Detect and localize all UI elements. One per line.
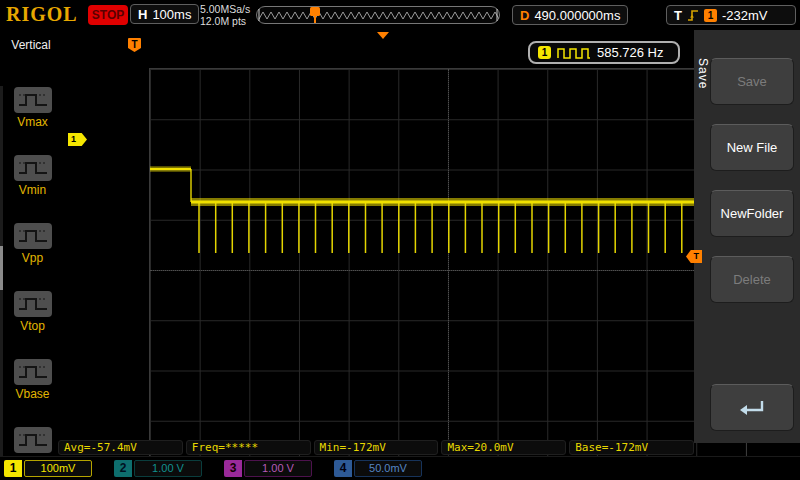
return-arrow-icon	[737, 398, 767, 418]
measurement-avg: Avg=-57.4mV	[58, 440, 183, 455]
trigger-level-value: -232mV	[722, 8, 768, 23]
new-folder-button[interactable]: NewFolder	[710, 190, 794, 237]
channel-1-badge: 1	[4, 460, 22, 477]
vamp-waveform-icon	[14, 427, 52, 453]
soft-menu-panel: Save Save New File NewFolder Delete	[694, 30, 800, 443]
channel-3-status[interactable]: 3 1.00 V	[224, 460, 312, 477]
oscilloscope-screen: RIGOL STOP H 100ms 5.00MSa/s 12.0M pts D	[0, 0, 800, 480]
freq-counter-channel-badge: 1	[538, 46, 551, 59]
channel-4-badge: 4	[334, 460, 352, 477]
pulse-train-icon	[557, 47, 591, 59]
sidebar-title: Vertical	[0, 30, 62, 52]
sidebar-item-label: Vmax	[3, 115, 62, 129]
frequency-value: 585.726 Hz	[597, 45, 664, 60]
delete-button[interactable]: Delete	[710, 256, 794, 303]
vpp-waveform-icon	[14, 223, 52, 249]
measurement-results-bar: Avg=-57.4mV Freq=***** Min=-172mV Max=20…	[58, 440, 694, 455]
preview-trigger-slider[interactable]	[310, 7, 320, 23]
channel-2-badge: 2	[114, 460, 132, 477]
channel-status-bar: 1 100mV 2 1.00 V 3 1.00 V 4 50.0mV	[0, 456, 800, 480]
sidebar-item-label: Vbase	[3, 387, 62, 401]
measurement-base: Base=-172mV	[569, 440, 694, 455]
new-file-button[interactable]: New File	[710, 124, 794, 171]
channel-4-status[interactable]: 4 50.0mV	[334, 460, 422, 477]
sidebar-item-vmin[interactable]: Vmin	[3, 155, 62, 218]
sidebar-item-label: Vmin	[3, 183, 62, 197]
waveform-preview-strip[interactable]	[256, 6, 500, 24]
measurement-freq: Freq=*****	[186, 440, 311, 455]
sidebar-item-label: Vpp	[3, 251, 62, 265]
vmin-waveform-icon	[14, 155, 52, 181]
ch1-waveform-trace	[150, 69, 746, 471]
preview-waveform-icon	[257, 7, 499, 23]
back-return-button[interactable]	[710, 384, 794, 431]
graticule	[149, 68, 747, 472]
measurement-max: Max=20.0mV	[441, 440, 566, 455]
sidebar-item-vmax[interactable]: Vmax	[3, 87, 62, 150]
delay-readout-box: D 490.000000ms	[512, 5, 628, 25]
acquisition-info: 5.00MSa/s 12.0M pts	[200, 3, 250, 27]
channel-1-scale: 100mV	[24, 460, 92, 477]
channel-2-scale: 1.00 V	[134, 460, 202, 477]
channel-1-status[interactable]: 1 100mV	[4, 460, 92, 477]
t-label: T	[674, 8, 682, 23]
top-status-bar: RIGOL STOP H 100ms 5.00MSa/s 12.0M pts D	[0, 0, 800, 31]
display-area	[62, 30, 694, 440]
vtop-waveform-icon	[14, 291, 52, 317]
sidebar-item-label: Vtop	[3, 319, 62, 333]
trigger-source-badge: 1	[704, 9, 717, 22]
memory-depth: 12.0M pts	[200, 15, 250, 27]
d-label: D	[520, 8, 529, 23]
timebase-value: 100ms	[152, 7, 191, 22]
run-state-badge: STOP	[88, 5, 128, 25]
frequency-counter: 1 585.726 Hz	[528, 41, 680, 64]
sidebar-item-vpp[interactable]: Vpp	[3, 223, 62, 286]
rising-edge-icon	[687, 8, 699, 22]
channel-3-badge: 3	[224, 460, 242, 477]
channel-4-scale: 50.0mV	[354, 460, 422, 477]
vbase-waveform-icon	[14, 359, 52, 385]
measure-sidebar: Vertical Vmax Vmin Vpp Vtop	[0, 30, 62, 442]
channel-2-status[interactable]: 2 1.00 V	[114, 460, 202, 477]
sample-rate: 5.00MSa/s	[200, 3, 250, 15]
vmax-waveform-icon	[14, 87, 52, 113]
horizontal-timebase-box: H 100ms	[130, 4, 199, 24]
delay-value: 490.000000ms	[534, 8, 620, 23]
sidebar-item-vbase[interactable]: Vbase	[3, 359, 62, 422]
trigger-readout-box: T 1 -232mV	[666, 5, 796, 25]
channel-3-scale: 1.00 V	[244, 460, 312, 477]
brand-logo: RIGOL	[6, 3, 78, 26]
measurement-min: Min=-172mV	[314, 440, 439, 455]
save-button[interactable]: Save	[710, 58, 794, 105]
menu-tab-save: Save	[696, 58, 710, 89]
sidebar-item-vtop[interactable]: Vtop	[3, 291, 62, 354]
trigger-position-icon[interactable]	[377, 32, 389, 39]
h-label: H	[138, 7, 147, 22]
